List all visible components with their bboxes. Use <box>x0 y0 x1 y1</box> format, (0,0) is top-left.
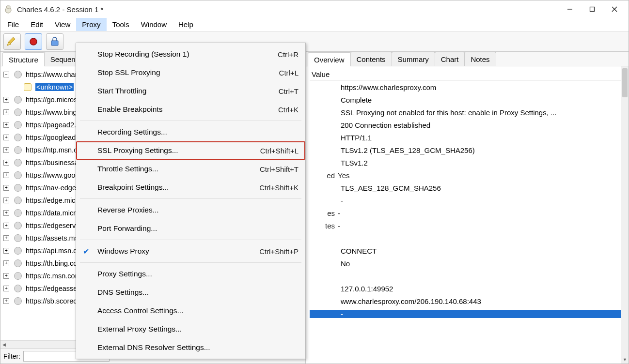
detail-row[interactable]: tes- <box>310 219 629 232</box>
expand-icon[interactable]: + <box>3 135 9 140</box>
menu-item-proxy-settings[interactable]: Proxy Settings... <box>76 265 305 283</box>
detail-v-scrollbar[interactable]: ▲ ▼ <box>621 66 629 364</box>
globe-icon <box>14 259 22 267</box>
scroll-down-icon[interactable]: ▼ <box>621 356 629 364</box>
menu-item-window[interactable]: Window <box>135 18 173 31</box>
lock-icon <box>24 83 31 91</box>
record-button[interactable] <box>25 33 42 50</box>
detail-row[interactable]: es- <box>310 207 629 219</box>
detail-row[interactable]: 127.0.0.1:49952 <box>310 282 629 295</box>
menu-item-shortcut: Ctrl+T <box>279 87 299 95</box>
detail-row[interactable]: HTTP/1.1 <box>310 131 629 144</box>
svg-rect-1 <box>6 6 10 8</box>
detail-row[interactable]: SSL Proxying not enabled for this host: … <box>310 106 629 119</box>
menu-separator <box>80 240 301 240</box>
expand-icon[interactable]: + <box>3 210 9 216</box>
menu-item-file[interactable]: File <box>1 18 25 31</box>
expand-icon[interactable]: + <box>3 260 9 266</box>
expand-icon[interactable]: + <box>3 97 9 103</box>
detail-value: Complete <box>310 96 629 104</box>
detail-row[interactable]: edYes <box>310 169 629 182</box>
collapse-icon[interactable]: − <box>3 72 9 77</box>
scroll-thumb[interactable] <box>622 68 628 97</box>
menu-item-external-dns-resolver-settings[interactable]: External DNS Resolver Settings... <box>76 338 305 357</box>
broom-button[interactable] <box>3 33 21 50</box>
expand-icon[interactable]: + <box>3 273 9 279</box>
expand-icon[interactable]: + <box>3 197 9 203</box>
globe-icon <box>14 197 22 204</box>
menu-item-stop-recording-session-1[interactable]: Stop Recording (Session 1)Ctrl+R <box>76 45 305 63</box>
menu-item-external-proxy-settings[interactable]: External Proxy Settings... <box>76 320 305 338</box>
menu-item-help[interactable]: Help <box>173 18 199 31</box>
menu-item-edit[interactable]: Edit <box>25 18 49 31</box>
proxy-dropdown-menu: Stop Recording (Session 1)Ctrl+RStop SSL… <box>76 43 306 359</box>
app-window: Charles 4.6.2 - Session 1 * FileEditView… <box>0 0 629 364</box>
app-icon <box>3 4 13 14</box>
expand-icon[interactable]: + <box>3 147 9 153</box>
expand-icon[interactable]: + <box>3 122 9 128</box>
content-area: StructureSequence −https://www.charlespr… <box>0 52 629 364</box>
right-pane: OverviewContentsSummaryChartNotes Value … <box>306 52 629 364</box>
expand-icon[interactable]: + <box>3 172 9 178</box>
globe-icon <box>14 96 22 104</box>
menu-item-access-control-settings[interactable]: Access Control Settings... <box>76 302 305 320</box>
menu-item-tools[interactable]: Tools <box>107 18 135 31</box>
maximize-button[interactable] <box>581 1 603 17</box>
menu-item-recording-settings[interactable]: Recording Settings... <box>76 123 305 141</box>
detail-row[interactable]: - <box>310 194 629 207</box>
expand-icon[interactable]: + <box>3 185 9 191</box>
detail-value: CONNECT <box>310 247 629 255</box>
tab-summary[interactable]: Summary <box>392 52 435 66</box>
menu-item-view[interactable]: View <box>49 18 76 31</box>
filter-label: Filter: <box>3 352 20 360</box>
detail-row[interactable]: CONNECT <box>310 244 629 257</box>
detail-value: https://www.charlesproxy.com <box>310 83 629 91</box>
detail-value: www.charlesproxy.com/206.190.140.68:443 <box>310 297 629 305</box>
menu-item-stop-ssl-proxying[interactable]: Stop SSL ProxyingCtrl+L <box>76 63 305 82</box>
tab-notes[interactable]: Notes <box>464 52 496 66</box>
menu-item-start-throttling[interactable]: Start ThrottlingCtrl+T <box>76 82 305 100</box>
detail-row[interactable]: Complete <box>310 93 629 106</box>
menu-separator <box>80 198 301 199</box>
detail-row[interactable] <box>310 232 629 244</box>
detail-row[interactable]: www.charlesproxy.com/206.190.140.68:443 <box>310 295 629 307</box>
detail-row[interactable]: TLSv1.2 <box>310 156 629 169</box>
menu-item-label: Stop SSL Proxying <box>97 68 160 77</box>
tab-overview[interactable]: Overview <box>308 52 351 66</box>
menu-item-shortcut: Ctrl+Shift+L <box>260 147 299 155</box>
menu-item-label: Start Throttling <box>97 87 146 95</box>
detail-row[interactable]: 200 Connection established <box>310 119 629 131</box>
tab-chart[interactable]: Chart <box>435 52 465 66</box>
detail-row[interactable]: https://www.charlesproxy.com <box>310 81 629 93</box>
menu-item-label: Breakpoint Settings... <box>97 183 169 192</box>
ssl-button[interactable] <box>46 33 63 50</box>
menu-item-port-forwarding[interactable]: Port Forwarding... <box>76 219 305 238</box>
menu-item-dns-settings[interactable]: DNS Settings... <box>76 283 305 302</box>
menu-item-enable-breakpoints[interactable]: Enable BreakpointsCtrl+K <box>76 100 305 119</box>
expand-icon[interactable]: + <box>3 235 9 241</box>
menu-item-ssl-proxying-settings[interactable]: SSL Proxying Settings...Ctrl+Shift+L <box>76 141 305 160</box>
tab-contents[interactable]: Contents <box>350 52 392 66</box>
expand-icon[interactable]: + <box>3 160 9 166</box>
menu-item-proxy[interactable]: Proxy <box>76 18 106 31</box>
menu-item-breakpoint-settings[interactable]: Breakpoint Settings...Ctrl+Shift+K <box>76 178 305 197</box>
menu-item-throttle-settings[interactable]: Throttle Settings...Ctrl+Shift+T <box>76 160 305 178</box>
expand-icon[interactable]: + <box>3 298 9 304</box>
detail-row[interactable]: No <box>310 257 629 270</box>
expand-icon[interactable]: + <box>3 286 9 291</box>
detail-row[interactable]: TLSv1.2 (TLS_AES_128_GCM_SHA256) <box>310 144 629 156</box>
detail-row[interactable]: - <box>310 307 629 320</box>
close-button[interactable] <box>603 1 626 17</box>
expand-icon[interactable]: + <box>3 223 9 228</box>
detail-value: SSL Proxying not enabled for this host: … <box>310 108 629 117</box>
minimize-button[interactable] <box>559 1 581 17</box>
globe-icon <box>14 272 22 280</box>
expand-icon[interactable]: + <box>3 109 9 115</box>
menu-item-reverse-proxies[interactable]: Reverse Proxies... <box>76 201 305 219</box>
menu-item-windows-proxy[interactable]: ✔Windows ProxyCtrl+Shift+P <box>76 242 305 260</box>
expand-icon[interactable]: + <box>3 248 9 254</box>
globe-icon <box>14 247 22 255</box>
detail-row[interactable]: TLS_AES_128_GCM_SHA256 <box>310 182 629 194</box>
detail-row[interactable] <box>310 270 629 282</box>
tab-structure[interactable]: Structure <box>2 52 45 66</box>
